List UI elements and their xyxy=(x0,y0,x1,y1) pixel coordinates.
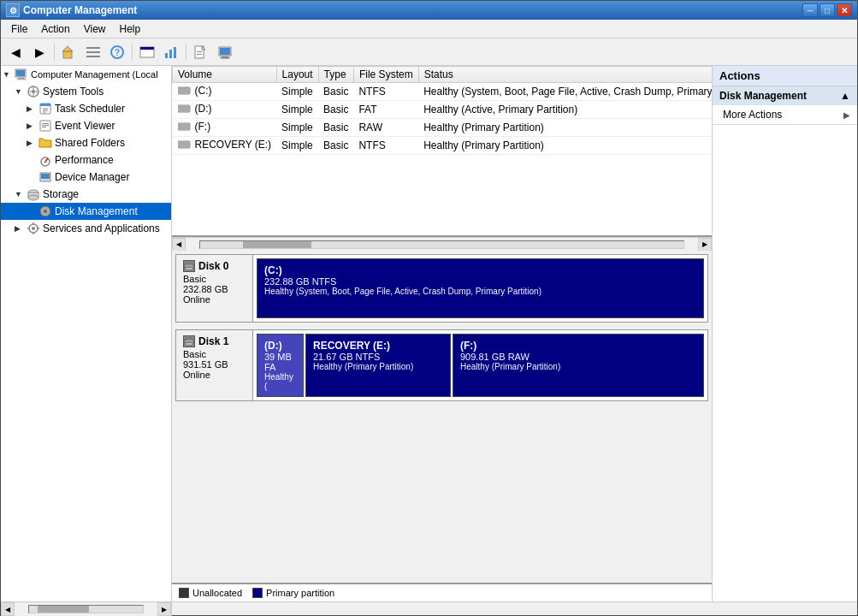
partition-label: (C:) xyxy=(264,264,696,276)
computer-button[interactable] xyxy=(214,42,236,62)
sidebar-item-root[interactable]: ▼ Computer Management (Local xyxy=(1,66,171,83)
partition[interactable]: (F:) 909.81 GB RAW Healthy (Primary Part… xyxy=(453,334,704,397)
action-arrow-icon: ▶ xyxy=(843,110,850,120)
left-hscroll-thumb[interactable] xyxy=(38,606,89,613)
device-manager-icon xyxy=(38,170,52,184)
svg-rect-9 xyxy=(165,53,168,58)
col-layout[interactable]: Layout xyxy=(276,67,318,83)
view-toggle-button[interactable] xyxy=(82,42,104,62)
sidebar-item-performance-label: Performance xyxy=(55,154,114,166)
sidebar-item-device-manager[interactable]: Device Manager xyxy=(1,169,171,186)
sidebar-item-task-scheduler[interactable]: ▶ Task Scheduler xyxy=(1,100,171,117)
left-hscroll-right[interactable]: ▶ xyxy=(157,602,171,616)
sidebar-item-services-apps[interactable]: ▶ Services and Applications xyxy=(1,220,171,237)
sidebar-item-services-apps-label: Services and Applications xyxy=(43,222,160,234)
sidebar-item-device-manager-label: Device Manager xyxy=(55,171,129,183)
cell-filesystem: NTFS xyxy=(353,83,418,101)
status-bar-area xyxy=(172,602,857,615)
menu-action[interactable]: Action xyxy=(34,21,76,37)
up-button[interactable] xyxy=(58,42,80,62)
sidebar-item-system-tools[interactable]: ▼ System Tools xyxy=(1,83,171,100)
svg-point-67 xyxy=(185,342,193,346)
minimize-button[interactable]: ─ xyxy=(802,3,818,17)
cell-filesystem: RAW xyxy=(353,119,418,137)
disk-row: Disk 1 Basic 931.51 GB Online (D:) 39 MB… xyxy=(175,329,708,401)
expander-task-scheduler: ▶ xyxy=(27,104,38,113)
menu-help[interactable]: Help xyxy=(113,21,148,37)
action-more-actions-label: More Actions xyxy=(723,109,782,121)
back-button[interactable]: ◀ xyxy=(4,42,27,62)
window-icon: ⚙ xyxy=(6,3,20,17)
cell-filesystem: NTFS xyxy=(353,137,418,155)
left-hscroll-left[interactable]: ◀ xyxy=(1,602,15,616)
system-tools-icon xyxy=(27,85,40,98)
cell-status: Healthy (Active, Primary Partition) xyxy=(418,101,712,119)
maximize-button[interactable]: □ xyxy=(820,3,835,17)
partition[interactable]: (D:) 39 MB FA Healthy ( xyxy=(257,334,304,397)
cell-volume: (D:) xyxy=(173,101,277,119)
shared-folders-icon xyxy=(38,136,52,150)
svg-rect-29 xyxy=(40,104,50,106)
partition-label: (F:) xyxy=(460,340,696,352)
sidebar-item-shared-folders[interactable]: ▶ Shared Folders xyxy=(1,134,171,151)
hscroll-track[interactable] xyxy=(199,240,684,249)
close-button[interactable]: ✕ xyxy=(837,3,852,17)
main-window: ⚙ Computer Management ─ □ ✕ File Action … xyxy=(0,0,858,616)
sidebar-item-system-tools-label: System Tools xyxy=(43,86,104,98)
sidebar-item-task-scheduler-label: Task Scheduler xyxy=(55,103,125,115)
col-type[interactable]: Type xyxy=(318,67,353,83)
sidebar-item-disk-management[interactable]: Disk Management xyxy=(1,203,171,220)
col-filesystem[interactable]: File System xyxy=(353,67,418,83)
partition[interactable]: (C:) 232.88 GB NTFS Healthy (System, Boo… xyxy=(257,258,704,318)
hscroll-bar[interactable]: ◀ ▶ xyxy=(172,237,712,251)
sidebar-item-event-viewer[interactable]: ▶ Event Viewer xyxy=(1,117,171,134)
svg-rect-57 xyxy=(179,106,189,111)
table-row[interactable]: (C:) Simple Basic NTFS Healthy (System, … xyxy=(173,83,713,101)
table-row[interactable]: (F:) Simple Basic RAW Healthy (Primary P… xyxy=(173,119,713,137)
action-section-disk-management: Disk Management ▲ More Actions ▶ xyxy=(713,86,857,125)
partition[interactable]: RECOVERY (E:) 21.67 GB NTFS Healthy (Pri… xyxy=(305,334,451,397)
expander-root: ▼ xyxy=(3,70,15,79)
actions-panel: Actions Disk Management ▲ More Actions ▶ xyxy=(712,66,857,601)
svg-point-27 xyxy=(32,90,35,93)
cell-volume: (C:) xyxy=(173,83,277,101)
svg-point-64 xyxy=(185,267,193,270)
hscroll-thumb[interactable] xyxy=(243,241,311,248)
menu-file[interactable]: File xyxy=(4,21,34,37)
svg-rect-42 xyxy=(44,180,47,181)
svg-rect-35 xyxy=(42,125,49,126)
col-status[interactable]: Status xyxy=(418,67,712,83)
svg-point-49 xyxy=(32,227,35,230)
forward-button[interactable]: ▶ xyxy=(28,42,50,62)
hscroll-left[interactable]: ◀ xyxy=(172,238,186,252)
action-more-actions[interactable]: More Actions ▶ xyxy=(713,105,857,124)
chart-button[interactable] xyxy=(160,42,182,62)
sidebar-item-storage[interactable]: ▼ Storage xyxy=(1,186,171,203)
legend-unallocated-box xyxy=(179,588,189,598)
expander-storage: ▼ xyxy=(15,190,27,198)
table-row[interactable]: RECOVERY (E:) Simple Basic NTFS Healthy … xyxy=(173,137,713,155)
sidebar-item-root-label: Computer Management (Local xyxy=(31,69,158,80)
action-section-disk-management-header[interactable]: Disk Management ▲ xyxy=(713,86,857,105)
disk-info: Disk 0 Basic 232.88 GB Online xyxy=(176,255,253,322)
sidebar-item-performance[interactable]: Performance xyxy=(1,151,171,169)
legend-unallocated: Unallocated xyxy=(179,588,242,598)
svg-rect-34 xyxy=(42,123,49,124)
console-button[interactable] xyxy=(136,42,158,62)
task-scheduler-icon xyxy=(38,102,52,116)
svg-rect-36 xyxy=(42,127,46,127)
hscroll-right[interactable]: ▶ xyxy=(698,238,712,252)
properties-button[interactable]: ? xyxy=(106,42,128,62)
actions-header: Actions xyxy=(713,66,857,86)
svg-rect-55 xyxy=(179,88,189,93)
left-panel-hscroll[interactable]: ◀ ▶ xyxy=(1,602,172,616)
svg-rect-17 xyxy=(220,48,230,55)
storage-icon xyxy=(27,187,40,201)
toolbar-separator-3 xyxy=(186,44,186,61)
col-volume[interactable]: Volume xyxy=(173,67,277,83)
export-button[interactable] xyxy=(190,42,212,62)
menu-view[interactable]: View xyxy=(77,21,113,37)
left-hscroll-track[interactable] xyxy=(28,605,144,613)
cell-type: Basic xyxy=(318,137,353,155)
table-row[interactable]: (D:) Simple Basic FAT Healthy (Active, P… xyxy=(173,101,713,119)
